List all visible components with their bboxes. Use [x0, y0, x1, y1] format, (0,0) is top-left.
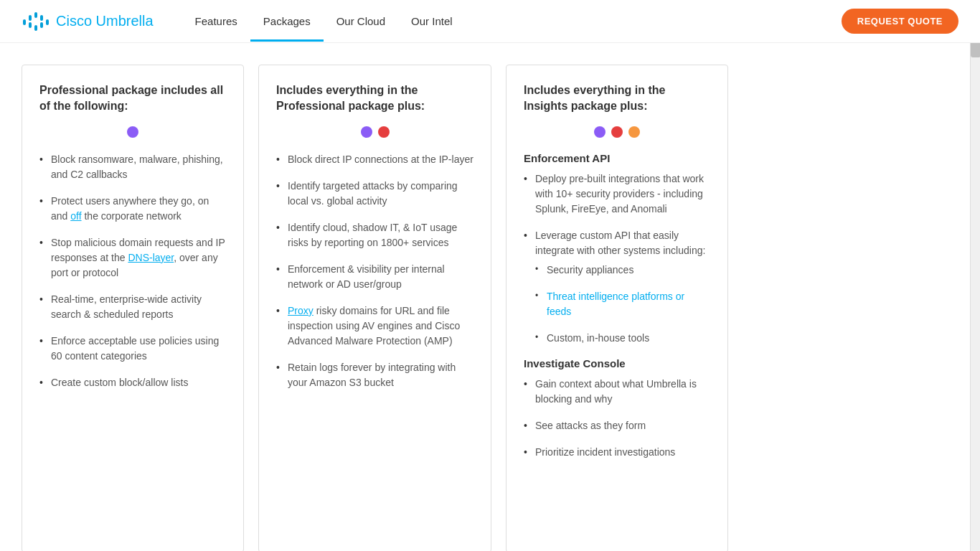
nav-link-packages[interactable]: Packages — [250, 1, 324, 42]
list-item: Block direct IP connections at the IP-la… — [276, 152, 473, 167]
list-item: Enforce acceptable use policies using 60… — [39, 334, 226, 364]
cards-grid: Professional package includes all of the… — [22, 65, 940, 551]
investigate-console-label: Investigate Console — [524, 357, 710, 369]
proxy-link[interactable]: Proxy — [288, 305, 314, 316]
nav-item-packages[interactable]: Packages — [250, 1, 324, 42]
dot-red-3 — [611, 126, 623, 138]
investigate-console-list: Gain context about what Umbrella is bloc… — [524, 377, 710, 460]
svg-rect-1 — [29, 15, 32, 21]
nav-item-intel[interactable]: Our Intel — [398, 1, 466, 42]
card-platform: Includes everything in the Insights pack… — [506, 65, 728, 551]
list-item: See attacks as they form — [524, 418, 710, 433]
svg-rect-6 — [40, 22, 43, 28]
svg-rect-3 — [23, 19, 26, 25]
nav-item-cloud[interactable]: Our Cloud — [324, 1, 398, 42]
list-item: Stop malicious domain requests and IP re… — [39, 235, 226, 281]
list-item: Enforcement & visibility per internal ne… — [276, 262, 473, 292]
navbar: Cisco Umbrella Features Packages Our Clo… — [0, 0, 980, 43]
list-item: Identify targeted attacks by comparing l… — [276, 179, 473, 209]
list-item: Real-time, enterprise-wide activity sear… — [39, 292, 226, 322]
svg-rect-0 — [34, 12, 37, 18]
cisco-logo-icon — [22, 12, 50, 31]
list-item: Leverage custom API that easily integrat… — [524, 228, 710, 346]
list-item: Identify cloud, shadow IT, & IoT usage r… — [276, 220, 473, 250]
dot-purple-2 — [361, 126, 372, 138]
enforcement-api-label: Enforcement API — [524, 152, 710, 164]
nav-link-intel[interactable]: Our Intel — [398, 1, 466, 42]
dot-red-2 — [378, 126, 390, 138]
list-item: Deploy pre-built integrations that work … — [524, 171, 710, 217]
card-professional-list: Block ransomware, malware, phishing, and… — [39, 152, 226, 390]
card-professional: Professional package includes all of the… — [22, 65, 244, 551]
svg-rect-2 — [40, 15, 43, 21]
svg-rect-5 — [29, 22, 32, 28]
list-item: Proxy risky domains for URL and file ins… — [276, 303, 473, 349]
card-insights-list: Block direct IP connections at the IP-la… — [276, 152, 473, 390]
nav-link-cloud[interactable]: Our Cloud — [324, 1, 398, 42]
card-insights-header: Includes everything in the Professional … — [276, 83, 473, 115]
sub-list-item: Security appliances — [535, 263, 710, 278]
svg-rect-7 — [34, 25, 37, 31]
list-item: Retain logs forever by integrating with … — [276, 360, 473, 390]
nav-links: Features Packages Our Cloud Our Intel — [182, 1, 842, 42]
scrollbar-track[interactable] — [970, 0, 980, 551]
card-insights-dots — [276, 126, 473, 138]
list-item: Protect users anywhere they go, on and o… — [39, 194, 226, 224]
brand-logo[interactable]: Cisco Umbrella — [22, 12, 154, 31]
svg-rect-4 — [46, 19, 49, 25]
card-platform-header: Includes everything in the Insights pack… — [524, 83, 710, 115]
list-item: Create custom block/allow lists — [39, 375, 226, 390]
nav-cta: REQUEST QUOTE — [842, 9, 958, 34]
card-professional-dots — [39, 126, 226, 138]
list-item: Block ransomware, malware, phishing, and… — [39, 152, 226, 182]
nav-link-features[interactable]: Features — [182, 1, 250, 42]
dot-purple-1 — [127, 126, 138, 138]
main-content: Professional package includes all of the… — [0, 43, 961, 551]
card-insights: Includes everything in the Professional … — [258, 65, 491, 551]
sub-list-item: Threat intelligence platforms or feeds — [535, 289, 710, 319]
dot-purple-3 — [594, 126, 606, 138]
list-item: Gain context about what Umbrella is bloc… — [524, 377, 710, 407]
card-platform-dots — [524, 126, 710, 138]
card-professional-header: Professional package includes all of the… — [39, 83, 226, 115]
sub-list-api: Security appliances Threat intelligence … — [535, 263, 710, 346]
enforcement-api-list: Deploy pre-built integrations that work … — [524, 171, 710, 346]
list-item: Prioritize incident investigations — [524, 445, 710, 460]
dot-orange-3 — [628, 126, 640, 138]
sub-list-item: Custom, in-house tools — [535, 331, 710, 346]
nav-item-features[interactable]: Features — [182, 1, 250, 42]
request-quote-button[interactable]: REQUEST QUOTE — [842, 9, 958, 34]
brand-name: Cisco Umbrella — [56, 13, 154, 29]
